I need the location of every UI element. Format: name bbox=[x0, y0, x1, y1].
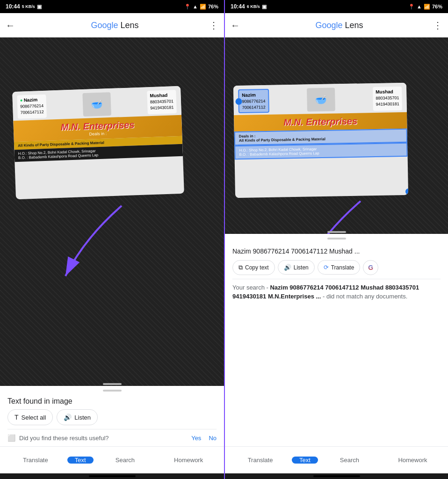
address-hq-selected: H.O.: Shop No.2, Bohri Kadal Chowk, Srin… bbox=[234, 143, 407, 160]
data-speed-right: 6 KB/s bbox=[247, 4, 260, 9]
drag-handle-right bbox=[327, 231, 346, 233]
copy-action-row: ⧉ Copy text 🔊 Listen ⟳ Translate G bbox=[232, 260, 441, 275]
contact-mushad: Mushad 8803435701 9419430181 bbox=[147, 90, 177, 114]
copy-text-button[interactable]: ⧉ Copy text bbox=[232, 260, 275, 275]
google-search-button-right[interactable]: G bbox=[363, 260, 378, 275]
feedback-no-button[interactable]: No bbox=[209, 435, 217, 442]
location-icon-left: 📍 bbox=[184, 4, 191, 10]
status-bar-left: 10:44 5 KB/s ▣ 📍 ▲ 📶 76% bbox=[0, 0, 224, 13]
camera-view-left: ● Nazim 9086776214 7006147112 🥣 Mushad 8… bbox=[0, 37, 224, 386]
result-preview-text: Nazim 9086776214 7006147112 Mushad ... bbox=[232, 245, 441, 260]
bottom-nav-right: Translate Text Search Homework bbox=[225, 446, 448, 473]
battery-icon-left: ▣ bbox=[37, 4, 42, 10]
nav-translate-left[interactable]: Translate bbox=[4, 457, 67, 464]
location-icon-right: 📍 bbox=[408, 4, 415, 10]
google-text-left: Google bbox=[91, 21, 118, 30]
feedback-question: Did you find these results useful? bbox=[19, 435, 188, 442]
nav-homework-left[interactable]: Homework bbox=[157, 457, 220, 464]
nav-search-left[interactable]: Search bbox=[94, 457, 157, 464]
battery-icon-right: ▣ bbox=[262, 4, 267, 10]
wifi-icon-left: ▲ bbox=[193, 4, 198, 9]
right-phone-panel: 10:44 6 KB/s ▣ 📍 ▲ 📶 76% ← Google Lens ⋮ bbox=[224, 0, 448, 479]
feedback-yes-button[interactable]: Yes bbox=[191, 435, 201, 442]
search-result-section: Your search - Nazim 9086776214 700614711… bbox=[232, 279, 441, 305]
feedback-row: ⬜ Did you find these results useful? Yes… bbox=[7, 429, 217, 446]
google-text-right: Google bbox=[315, 21, 342, 30]
battery-pct-left: 76% bbox=[208, 4, 218, 9]
business-card-left: ● Nazim 9086776214 7006147112 🥣 Mushad 8… bbox=[12, 86, 184, 199]
data-speed-left: 5 KB/s bbox=[22, 5, 35, 9]
more-button-left[interactable]: ⋮ bbox=[209, 20, 218, 31]
nav-text-left[interactable]: Text bbox=[67, 457, 94, 464]
nav-search-right[interactable]: Search bbox=[318, 457, 381, 464]
drag-handle-left bbox=[103, 383, 122, 385]
feedback-icon: ⬜ bbox=[7, 434, 15, 442]
contact-nazim: ● Nazim 9086776214 7006147112 bbox=[17, 94, 47, 119]
top-bar-left: ← Google Lens ⋮ bbox=[0, 13, 224, 37]
time-right: 10:44 bbox=[231, 3, 245, 10]
card-image-right: 🥣 bbox=[307, 87, 335, 111]
listen-button-right[interactable]: 🔊 Listen bbox=[278, 260, 315, 275]
back-button-right[interactable]: ← bbox=[231, 20, 240, 31]
camera-view-right: Nazim 9086776214 7006147112 🥣 Mushad 880… bbox=[225, 37, 448, 234]
app-title-right: Google Lens bbox=[246, 21, 433, 30]
listen-icon-right: 🔊 bbox=[284, 264, 291, 271]
listen-icon-left: 🔊 bbox=[64, 414, 72, 421]
home-indicator-right bbox=[313, 475, 360, 477]
left-phone-panel: 10:44 5 KB/s ▣ 📍 ▲ 📶 76% ← Google Lens ⋮… bbox=[0, 0, 224, 479]
bottom-nav-left: Translate Text Search Homework bbox=[0, 446, 224, 473]
translate-icon-right: ⟳ bbox=[324, 264, 329, 271]
home-indicator-left bbox=[89, 475, 136, 477]
contact-nazim-selected: Nazim 9086776214 7006147112 bbox=[238, 89, 269, 113]
select-all-button[interactable]: T Select all bbox=[7, 409, 53, 425]
back-button-left[interactable]: ← bbox=[6, 20, 15, 31]
contact-mushad-right: Mushad 8803435701 9419430181 bbox=[373, 87, 402, 111]
select-all-icon: T bbox=[14, 414, 19, 421]
google-g-icon: G bbox=[368, 264, 373, 271]
translate-button-right[interactable]: ⟳ Translate bbox=[318, 260, 361, 275]
sheet-handle-left bbox=[103, 390, 122, 392]
business-card-right: Nazim 9086776214 7006147112 🥣 Mushad 880… bbox=[233, 83, 408, 198]
app-title-left: Google Lens bbox=[21, 21, 209, 30]
bottom-sheet-left: Text found in image T Select all 🔊 Liste… bbox=[0, 386, 224, 446]
signal-icon-right: 📶 bbox=[424, 4, 430, 10]
bottom-sheet-right: Nazim 9086776214 7006147112 Mushad ... ⧉… bbox=[225, 234, 448, 446]
status-bar-right: 10:44 6 KB/s ▣ 📍 ▲ 📶 76% bbox=[225, 0, 448, 13]
battery-pct-right: 76% bbox=[432, 4, 442, 9]
copy-icon: ⧉ bbox=[238, 264, 243, 271]
listen-button-left[interactable]: 🔊 Listen bbox=[57, 409, 98, 425]
card-image-left: 🥣 bbox=[82, 92, 111, 116]
more-button-right[interactable]: ⋮ bbox=[433, 20, 442, 31]
nav-translate-right[interactable]: Translate bbox=[229, 457, 292, 464]
nav-text-right[interactable]: Text bbox=[292, 457, 318, 464]
wifi-icon-right: ▲ bbox=[417, 4, 422, 9]
action-row-left: T Select all 🔊 Listen bbox=[7, 409, 217, 425]
nav-homework-right[interactable]: Homework bbox=[381, 457, 444, 464]
top-bar-right: ← Google Lens ⋮ bbox=[225, 13, 448, 37]
sheet-handle-right bbox=[327, 238, 346, 240]
text-found-title: Text found in image bbox=[7, 397, 217, 406]
time-left: 10:44 bbox=[6, 3, 20, 10]
signal-icon-left: 📶 bbox=[200, 4, 206, 10]
